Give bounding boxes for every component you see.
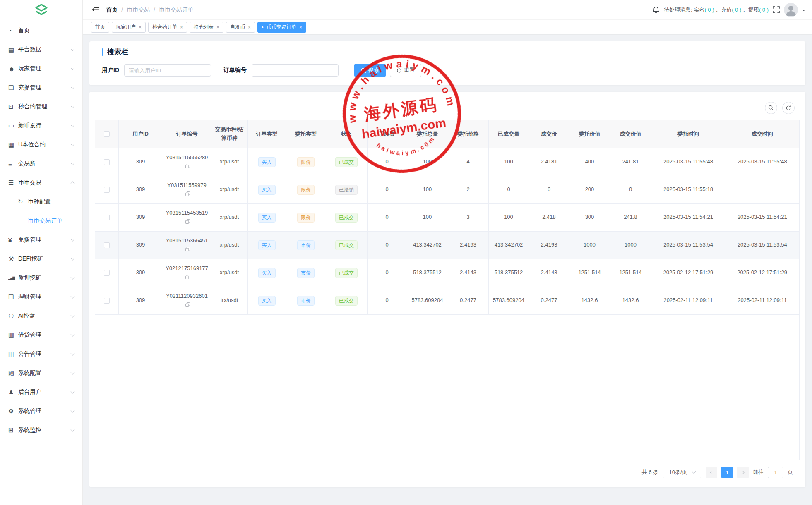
zoom-tool-button[interactable] — [765, 102, 777, 114]
fullscreen-icon[interactable] — [773, 6, 780, 13]
user-avatar-icon — [784, 3, 798, 17]
status-tag: 已成交 — [335, 268, 358, 278]
row-checkbox[interactable] — [104, 242, 110, 248]
sidebar-item-system-config[interactable]: ▨ 系统配置 — [0, 364, 82, 383]
cell-filled: 5783.609204 — [488, 287, 529, 314]
select-all-checkbox[interactable] — [104, 131, 110, 137]
sidebar-item-coin-config[interactable]: ↻ 币种配置 — [0, 192, 82, 211]
close-icon[interactable]: × — [139, 24, 142, 30]
sidebar-item-label: 平台数据 — [18, 46, 41, 53]
sidebar-item-player-mgmt[interactable]: ☻ 玩家管理 — [0, 59, 82, 78]
bell-icon[interactable] — [652, 6, 660, 14]
sidebar-item-ai-control[interactable]: ⚇ AI控盘 — [0, 306, 82, 325]
current-page-button[interactable]: 1 — [721, 467, 733, 478]
search-button[interactable]: 搜索 — [354, 64, 386, 77]
dashboard-icon: ◔ — [8, 27, 18, 34]
row-checkbox[interactable] — [104, 270, 110, 276]
copy-icon[interactable] — [185, 219, 190, 224]
copy-icon[interactable] — [185, 247, 190, 251]
tab-label: 币币交易订单 — [267, 24, 296, 31]
copy-icon[interactable] — [185, 302, 190, 307]
sidebar-item-stake-mining[interactable]: ▂▅▇ 质押挖矿 — [0, 268, 82, 287]
chevron-right-icon — [740, 470, 745, 474]
chevron-down-icon — [71, 161, 75, 165]
chevron-down-icon — [71, 256, 75, 261]
row-checkbox[interactable] — [104, 187, 110, 193]
avatar[interactable] — [784, 3, 798, 17]
tab-seconds-orders[interactable]: 秒合约订单 × — [148, 22, 187, 33]
row-checkbox[interactable] — [104, 159, 110, 165]
close-icon[interactable]: × — [216, 24, 219, 30]
tab-self-coin[interactable]: 自发币 × — [226, 22, 255, 33]
user-id-input[interactable] — [124, 64, 211, 77]
chevron-down-icon[interactable] — [802, 10, 805, 13]
reset-button[interactable]: 重置 — [390, 64, 421, 77]
sidebar-item-finance-mgmt[interactable]: ❑ 理财管理 — [0, 287, 82, 306]
header-cell: 已成交量 — [488, 120, 529, 148]
copy-icon[interactable] — [185, 275, 190, 279]
sidebar-item-new-coin[interactable]: ▭ 新币发行 — [0, 116, 82, 135]
prev-page-button[interactable] — [706, 467, 717, 478]
header-cell: 交易币种/结算币种 — [211, 120, 247, 148]
close-icon[interactable]: × — [180, 24, 183, 30]
cell-price: 2.4193 — [448, 231, 488, 259]
sidebar-item-swap-mgmt[interactable]: ¥ 兑换管理 — [0, 230, 82, 249]
tab-coin-trade-orders[interactable]: ● 币币交易订单 × — [257, 22, 306, 33]
cell-deal-price: 2.4181 — [529, 148, 569, 176]
order-no-input[interactable] — [252, 64, 339, 77]
sidebar-item-label: 新币发行 — [18, 122, 41, 129]
sidebar-item-seconds-contract[interactable]: ⊡ 秒合约管理 — [0, 97, 82, 116]
cell-value: 1251.514 — [569, 259, 610, 287]
goto-page-input[interactable] — [768, 467, 783, 478]
cell-deal-time: 2025-02-12 17:51:29 — [726, 259, 799, 287]
sidebar-item-system-monitor[interactable]: ⊞ 系统监控 — [0, 421, 82, 440]
cell-order-type: 买入 — [247, 231, 286, 259]
next-page-button[interactable] — [737, 467, 749, 478]
breadcrumb-item[interactable]: 首页 — [106, 6, 118, 14]
breadcrumb-item[interactable]: 币币交易 — [127, 6, 150, 14]
copy-icon[interactable] — [185, 191, 190, 196]
cell-checkbox — [95, 259, 118, 287]
chevron-down-icon — [71, 333, 75, 337]
sidebar-item-coin-trade-orders[interactable]: 币币交易订单 — [0, 211, 82, 230]
cell-fee: 0 — [367, 231, 407, 259]
row-checkbox[interactable] — [104, 298, 110, 304]
chevron-down-icon — [71, 237, 75, 242]
tab-player-users[interactable]: 玩家用户 × — [112, 22, 146, 33]
sidebar-item-label: 交易所 — [18, 160, 36, 168]
table-row: 309 Y0315115555289 xrp/usdt 买入 限价 已成交 0 … — [95, 148, 799, 176]
close-icon[interactable]: × — [299, 24, 302, 30]
buy-tag: 买入 — [258, 240, 276, 250]
sidebar-item-exchange[interactable]: ≡ 交易所 — [0, 154, 82, 173]
sidebar-item-label: 理财管理 — [18, 293, 41, 301]
sidebar-item-deposit-withdraw[interactable]: ❏ 充提管理 — [0, 78, 82, 97]
cell-price: 4 — [448, 148, 488, 176]
sidebar-item-system-mgmt[interactable]: ⚙ 系统管理 — [0, 402, 82, 421]
row-checkbox[interactable] — [104, 215, 110, 220]
sidebar-item-label: 公告管理 — [18, 350, 41, 358]
sidebar-item-defi-mining[interactable]: ⚒ DEFI挖矿 — [0, 249, 82, 268]
collapse-menu-icon[interactable] — [92, 7, 99, 13]
tab-home[interactable]: 首页 — [91, 22, 109, 33]
cell-entrust-type: 市价 — [286, 231, 326, 259]
header-cell: 订单编号 — [163, 120, 211, 148]
sidebar-item-announcement[interactable]: ◫ 公告管理 — [0, 345, 82, 364]
sidebar-item-home[interactable]: ◔ 首页 — [0, 21, 82, 40]
tab-position-list[interactable]: 持仓列表 × — [190, 22, 223, 33]
sidebar-item-label: 币币交易 — [18, 179, 41, 187]
refresh-tool-button[interactable] — [782, 102, 795, 114]
breadcrumb-separator: / — [121, 7, 123, 13]
copy-icon[interactable] — [185, 164, 190, 168]
sidebar-item-coin-trade[interactable]: ☰ 币币交易 — [0, 173, 82, 192]
close-icon[interactable]: × — [248, 24, 251, 30]
header-cell: 成交价值 — [610, 120, 651, 148]
sidebar-item-u-contract[interactable]: ▦ U本位合约 — [0, 135, 82, 154]
sidebar-item-platform-data[interactable]: ▤ 平台数据 — [0, 40, 82, 59]
sidebar-item-loan-mgmt[interactable]: ▥ 借贷管理 — [0, 325, 82, 345]
page-size-select[interactable]: 10条/页 — [663, 467, 701, 478]
search-icon — [361, 68, 366, 73]
sidebar-item-admin-users[interactable]: ♟ 后台用户 — [0, 383, 82, 402]
cell-price: 0.2477 — [448, 287, 488, 314]
status-tag: 已成交 — [335, 213, 358, 223]
notice-count: ( 0 ) — [732, 7, 741, 13]
